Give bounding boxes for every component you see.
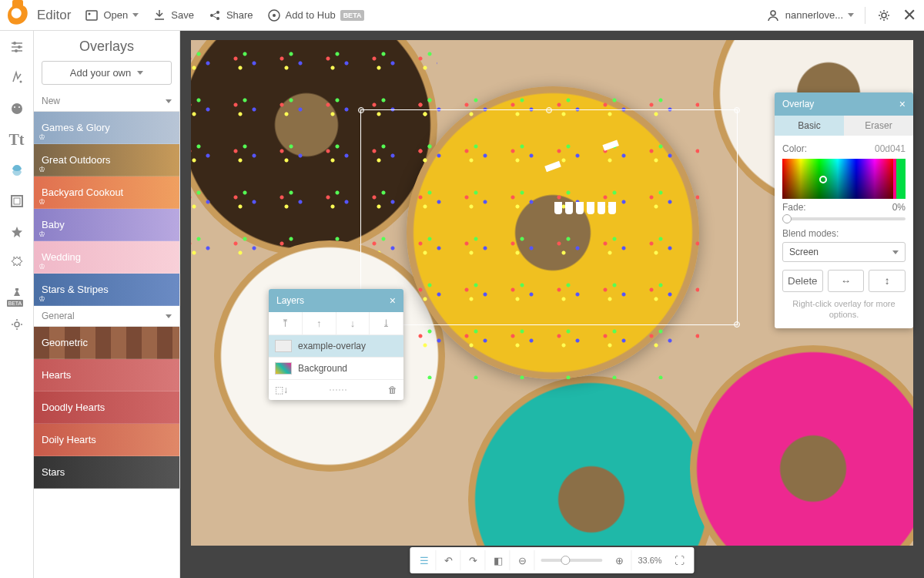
tab-eraser[interactable]: Eraser <box>844 116 913 136</box>
rail-beta[interactable]: BETA <box>7 284 27 304</box>
image-plus-icon <box>85 8 99 22</box>
svg-point-15 <box>18 106 20 108</box>
rail-text[interactable]: Tt <box>7 129 27 150</box>
blend-label: Blend modes: <box>782 228 906 239</box>
cat-hearts[interactable]: Hearts <box>34 359 179 391</box>
bottom-toolbar: ☰ ↶ ↷ ◧ ⊖ ⊕ 33.6% ⛶ <box>410 547 694 573</box>
fade-slider[interactable] <box>782 217 906 220</box>
cat-great-outdoors[interactable]: Great Outdoors♔ <box>34 144 179 176</box>
save-icon <box>152 8 166 22</box>
rail-textures[interactable] <box>7 222 27 242</box>
svg-point-2 <box>210 14 213 17</box>
zoom-value: 33.6% <box>633 556 666 565</box>
svg-rect-16 <box>12 196 22 207</box>
caret-down-icon <box>848 13 854 17</box>
user-menu[interactable]: nannerlove... <box>765 8 854 23</box>
flip-horizontal-button[interactable]: ↔ <box>828 270 865 292</box>
overlay-hint: Right-click overlay for more options. <box>782 298 906 321</box>
rail-effects[interactable] <box>7 68 27 88</box>
cat-doodly-hearts[interactable]: Doodly Hearts <box>34 391 179 424</box>
layers-title: Layers <box>276 295 304 306</box>
delete-button[interactable]: Delete <box>782 270 823 292</box>
rail-adjustments[interactable] <box>7 37 27 57</box>
cat-games-glory[interactable]: Games & Glory♔ <box>34 112 179 144</box>
add-own-label: Add your own <box>70 67 132 79</box>
share-button[interactable]: Share <box>208 8 253 22</box>
editor-title: Editor <box>37 8 71 23</box>
rail-overlays[interactable] <box>7 160 27 180</box>
sidebar: Overlays Add your own New Games & Glory♔… <box>34 31 180 578</box>
layer-down[interactable]: ↓ <box>336 312 370 334</box>
zoom-knob[interactable] <box>561 556 570 565</box>
flatten-icon[interactable]: ⬚↓ <box>275 385 288 395</box>
username-label: nannerlove... <box>785 9 843 21</box>
svg-point-12 <box>19 81 22 83</box>
tab-basic[interactable]: Basic <box>775 116 844 136</box>
open-button[interactable]: Open <box>85 8 139 22</box>
add-hub-label: Add to Hub <box>286 9 336 21</box>
layer-to-bottom[interactable]: ⤓ <box>370 312 403 334</box>
blend-mode-select[interactable]: Screen <box>782 242 906 262</box>
svg-point-4 <box>216 17 219 20</box>
logo-icon <box>8 5 29 26</box>
layers-header[interactable]: Layers × <box>269 289 403 312</box>
slider-knob[interactable] <box>782 214 792 223</box>
cat-wedding[interactable]: Wedding♔ <box>34 241 179 274</box>
cat-stars[interactable]: Stars <box>34 456 179 489</box>
zoom-in-button[interactable]: ⊕ <box>608 550 631 570</box>
compare-button[interactable]: ◧ <box>487 550 510 570</box>
color-picker[interactable] <box>782 159 906 199</box>
canvas-content <box>407 86 699 379</box>
color-label: Color: <box>782 143 807 154</box>
rail-frames[interactable] <box>7 191 27 211</box>
zoom-out-button[interactable]: ⊖ <box>511 550 534 570</box>
rail-settings[interactable] <box>7 314 27 334</box>
beta-badge: BETA <box>340 10 365 21</box>
rail-themes[interactable] <box>7 253 27 273</box>
close-icon[interactable]: × <box>390 294 396 307</box>
share-label: Share <box>226 9 253 21</box>
save-button[interactable]: Save <box>152 8 194 22</box>
flip-vertical-button[interactable]: ↕ <box>869 270 906 292</box>
svg-point-6 <box>273 14 276 17</box>
canvas-content <box>690 345 913 546</box>
trash-icon[interactable]: 🗑 <box>388 385 397 395</box>
cat-doily-hearts[interactable]: Doily Hearts <box>34 424 179 456</box>
svg-rect-17 <box>14 198 20 204</box>
color-cursor[interactable] <box>819 176 827 183</box>
gear-icon[interactable] <box>876 8 892 23</box>
color-value: 00d041 <box>875 143 906 154</box>
layer-to-top[interactable]: ⤒ <box>269 312 303 334</box>
cat-backyard-cookout[interactable]: Backyard Cookout♔ <box>34 176 179 209</box>
cat-geometric[interactable]: Geometric <box>34 327 179 359</box>
layer-item[interactable]: Background <box>269 358 403 380</box>
overlay-title: Overlay <box>782 99 814 109</box>
layer-item[interactable]: example-overlay <box>269 335 403 358</box>
section-general[interactable]: General <box>34 306 179 327</box>
close-icon[interactable]: ✕ <box>902 5 916 25</box>
close-icon[interactable]: × <box>899 98 906 110</box>
layers-toggle[interactable]: ☰ <box>413 550 436 570</box>
rail-touchup[interactable] <box>7 99 27 119</box>
section-new[interactable]: New <box>34 91 179 112</box>
fullscreen-button[interactable]: ⛶ <box>668 550 691 570</box>
add-to-hub-button[interactable]: Add to Hub BETA <box>267 8 365 22</box>
overlay-panel: Overlay × Basic Eraser Color: 00d041 Fad… <box>775 92 913 328</box>
resize-handle[interactable] <box>734 321 740 328</box>
tool-rail: Tt BETA <box>0 31 34 578</box>
canvas-area: Layers × ⤒ ↑ ↓ ⤓ example-overlay Backgro… <box>180 31 924 578</box>
drag-handle-icon[interactable]: ⋯⋯ <box>329 385 347 395</box>
caret-down-icon <box>137 71 143 75</box>
layer-up[interactable]: ↑ <box>303 312 336 334</box>
undo-button[interactable]: ↶ <box>437 550 460 570</box>
overlay-header[interactable]: Overlay × <box>775 92 913 116</box>
cat-baby[interactable]: Baby♔ <box>34 209 179 241</box>
add-your-own-button[interactable]: Add your own <box>42 61 172 85</box>
cat-stars-stripes[interactable]: Stars & Stripes♔ <box>34 274 179 306</box>
svg-rect-18 <box>15 288 18 291</box>
zoom-slider[interactable] <box>541 559 602 562</box>
user-icon <box>765 8 781 23</box>
redo-button[interactable]: ↷ <box>462 550 485 570</box>
svg-point-10 <box>18 45 21 49</box>
save-label: Save <box>171 9 194 21</box>
